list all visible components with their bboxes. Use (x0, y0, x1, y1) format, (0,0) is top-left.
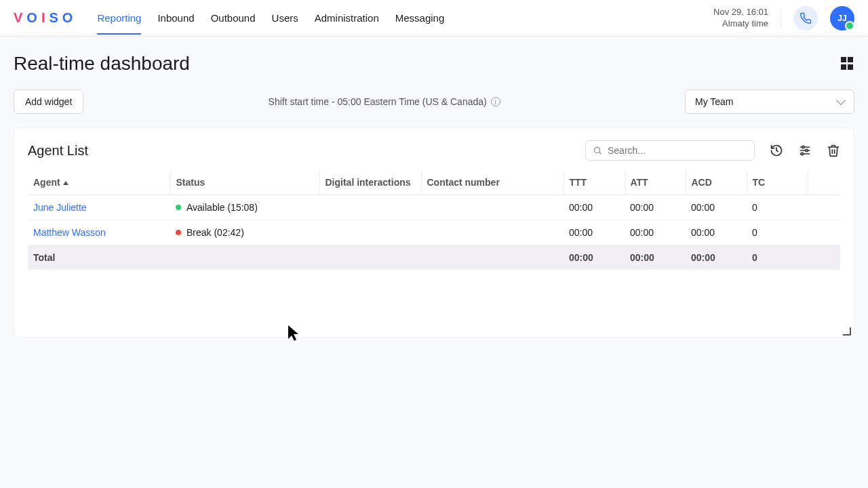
search-input[interactable] (608, 145, 747, 156)
add-widget-button[interactable]: Add widget (14, 89, 83, 114)
history-button[interactable] (770, 144, 783, 157)
total-att: 00:00 (625, 245, 686, 270)
cell-tc: 0 (747, 195, 808, 220)
nav-messaging[interactable]: Messaging (395, 1, 445, 35)
page: Real-time dashboard Add widget Shift sta… (0, 37, 868, 338)
col-ttt[interactable]: TTT (564, 170, 625, 195)
header-right: Nov 29, 16:01 Almaty time JJ (713, 6, 854, 30)
svg-point-0 (594, 147, 599, 152)
status-cell: Available (15:08) (176, 202, 314, 213)
agent-table-body: June Juliette Available (15:08) 00:00 00… (28, 195, 840, 270)
layout-grid-icon[interactable] (841, 57, 854, 70)
trash-icon (827, 144, 840, 157)
col-digital[interactable]: Digital interactions (319, 170, 421, 195)
table-row[interactable]: Matthew Wasson Break (02:42) 00:00 00:00… (28, 220, 840, 245)
cell-acd: 00:00 (686, 220, 747, 245)
widget-title: Agent List (28, 143, 88, 159)
history-icon (770, 144, 783, 157)
agent-table: Agent Status Digital interactions Contac… (28, 170, 840, 270)
cell-contact (421, 220, 564, 245)
logo: VOISO (14, 10, 77, 26)
avatar-initials: JJ (837, 14, 846, 23)
cell-acd: 00:00 (686, 195, 747, 220)
phone-icon (800, 12, 812, 24)
nav-administration[interactable]: Administration (315, 1, 379, 35)
cell-ttt: 00:00 (564, 195, 625, 220)
table-row-total: Total 00:00 00:00 00:00 0 (28, 245, 840, 270)
status-text: Break (02:42) (186, 227, 244, 238)
total-tc: 0 (747, 245, 808, 270)
total-ttt: 00:00 (564, 245, 625, 270)
total-label: Total (28, 245, 170, 270)
shift-info: Shift start time - 05:00 Eastern Time (U… (94, 96, 674, 107)
col-status[interactable]: Status (170, 170, 319, 195)
col-agent[interactable]: Agent (28, 170, 170, 195)
sort-asc-icon (63, 181, 68, 185)
cell-tc: 0 (747, 220, 808, 245)
team-select[interactable]: My Team (685, 89, 854, 114)
nav-users[interactable]: Users (272, 1, 298, 35)
widget-header: Agent List (28, 140, 840, 161)
search-input-wrap[interactable] (585, 140, 755, 161)
cell-contact (421, 195, 564, 220)
cell-att: 00:00 (625, 195, 686, 220)
timezone-text: Almaty time (713, 18, 768, 30)
sliders-icon (798, 144, 812, 157)
team-select-value: My Team (695, 96, 734, 107)
col-att[interactable]: ATT (625, 170, 686, 195)
status-text: Available (15:08) (186, 202, 258, 213)
topbar: VOISO Reporting Inbound Outbound Users A… (0, 0, 868, 37)
svg-line-3 (776, 150, 778, 152)
table-row[interactable]: June Juliette Available (15:08) 00:00 00… (28, 195, 840, 220)
col-contact[interactable]: Contact number (421, 170, 564, 195)
svg-point-9 (801, 152, 803, 155)
svg-point-7 (802, 146, 804, 148)
status-dot-icon (176, 205, 181, 210)
nav-reporting[interactable]: Reporting (97, 1, 141, 35)
agent-link[interactable]: Matthew Wasson (33, 227, 106, 238)
page-title-row: Real-time dashboard (14, 53, 854, 75)
total-acd: 00:00 (686, 245, 747, 270)
main-nav: Reporting Inbound Outbound Users Adminis… (97, 1, 713, 35)
info-icon[interactable]: i (491, 97, 500, 106)
nav-inbound[interactable]: Inbound (157, 1, 194, 35)
avatar[interactable]: JJ (830, 6, 854, 30)
widget-actions (585, 140, 840, 161)
dialer-button[interactable] (793, 6, 818, 30)
page-title: Real-time dashboard (14, 53, 190, 75)
cell-digital (319, 195, 421, 220)
status-dot-icon (176, 230, 181, 235)
col-tc[interactable]: TC (747, 170, 808, 195)
date-text: Nov 29, 16:01 (713, 7, 768, 18)
shift-info-text: Shift start time - 05:00 Eastern Time (U… (269, 96, 487, 107)
toolbar: Add widget Shift start time - 05:00 East… (14, 89, 854, 114)
settings-button[interactable] (798, 144, 812, 157)
cell-ttt: 00:00 (564, 220, 625, 245)
nav-outbound[interactable]: Outbound (211, 1, 256, 35)
svg-line-1 (599, 152, 601, 155)
col-spacer (808, 170, 840, 195)
cell-att: 00:00 (625, 220, 686, 245)
svg-point-8 (806, 149, 808, 151)
cell-digital (319, 220, 421, 245)
status-cell: Break (02:42) (176, 227, 314, 238)
datetime: Nov 29, 16:01 Almaty time (713, 7, 768, 30)
col-acd[interactable]: ACD (686, 170, 747, 195)
search-icon (593, 146, 602, 155)
agent-link[interactable]: June Juliette (33, 202, 87, 213)
resize-handle[interactable] (843, 327, 851, 336)
divider (781, 9, 781, 28)
delete-button[interactable] (827, 144, 840, 157)
agent-list-widget: Agent List (14, 127, 854, 338)
chevron-down-icon (836, 96, 846, 105)
